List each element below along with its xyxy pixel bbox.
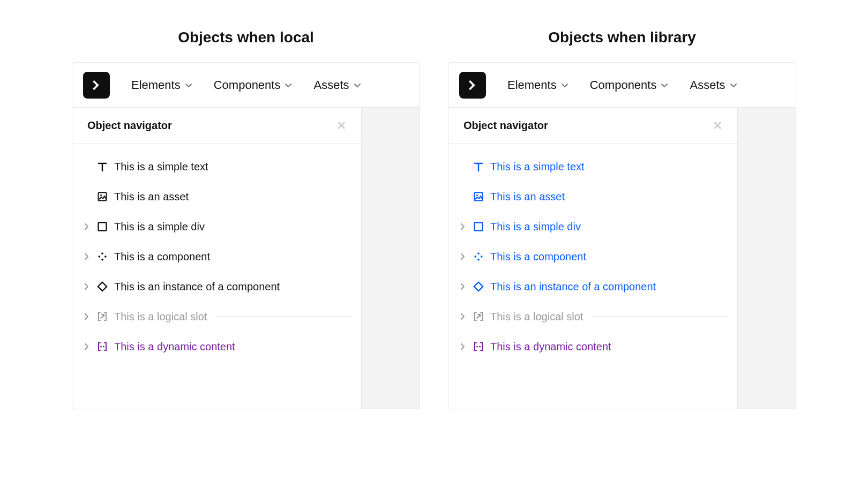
expand-arrow-icon[interactable]	[82, 283, 91, 290]
expand-arrow-icon[interactable]	[458, 253, 467, 260]
tab-components[interactable]: Components	[590, 78, 669, 92]
divider-line	[216, 317, 351, 317]
expand-arrow-icon[interactable]	[458, 313, 467, 320]
tree-row-label: This is a simple div	[114, 221, 205, 233]
app-logo[interactable]	[83, 72, 110, 99]
tree: This is a simple textThis is an assetThi…	[448, 144, 737, 372]
close-icon[interactable]: ✕	[336, 120, 346, 132]
canvas-area[interactable]	[738, 108, 796, 409]
tree-row-label: This is a dynamic content	[490, 341, 611, 353]
instance-icon	[472, 281, 485, 292]
app-logo[interactable]	[459, 72, 486, 99]
slot-icon	[472, 311, 485, 322]
chevron-down-icon	[285, 82, 292, 88]
tree-row-component[interactable]: This is a component	[82, 242, 351, 272]
tree-row-dynamic[interactable]: This is a dynamic content	[458, 332, 728, 362]
close-icon[interactable]: ✕	[713, 120, 722, 132]
tab-elements[interactable]: Elements	[507, 78, 568, 92]
library-column: Objects when library Elements Components…	[448, 27, 796, 409]
expand-arrow-icon[interactable]	[458, 223, 467, 230]
expand-arrow-icon[interactable]	[82, 223, 91, 230]
expand-arrow-icon[interactable]	[82, 343, 91, 350]
tree-row-label: This is a logical slot	[114, 311, 207, 323]
tree-row-dynamic[interactable]: This is a dynamic content	[82, 332, 351, 362]
chevron-down-icon	[354, 82, 361, 88]
component-icon	[472, 251, 485, 262]
image-icon	[96, 191, 109, 202]
tab-elements[interactable]: Elements	[131, 78, 192, 92]
object-navigator: Object navigator ✕ This is a simple text…	[72, 108, 362, 409]
navigator-title: Object navigator	[463, 119, 548, 132]
tab-label: Elements	[507, 78, 557, 92]
slot-icon	[96, 311, 109, 322]
tree-row-label: This is a component	[490, 251, 586, 263]
text-icon	[96, 161, 109, 172]
tree-row-label: This is an instance of a component	[114, 281, 280, 293]
tree-row-label: This is a component	[114, 251, 210, 263]
tree-row-component[interactable]: This is a component	[458, 242, 728, 272]
tree-row-label: This is an asset	[490, 191, 565, 203]
toolbar: Elements Components Assets	[72, 63, 420, 108]
tree-row-asset[interactable]: This is an asset	[82, 182, 351, 212]
tree-row-text[interactable]: This is a simple text	[458, 152, 728, 182]
column-title: Objects when library	[448, 29, 796, 46]
tree-row-label: This is a dynamic content	[114, 341, 235, 353]
tree-row-label: This is an instance of a component	[490, 281, 656, 293]
tree-row-label: This is a simple text	[114, 161, 208, 173]
chevron-down-icon	[185, 82, 192, 88]
tree-row-label: This is an asset	[114, 191, 189, 203]
chevron-down-icon	[561, 82, 568, 88]
square-icon	[96, 221, 109, 232]
image-icon	[472, 191, 485, 202]
toolbar: Elements Components Assets	[448, 63, 796, 108]
tab-label: Assets	[313, 78, 349, 92]
tab-components[interactable]: Components	[214, 78, 293, 92]
local-column: Objects when local Elements Components A…	[72, 27, 420, 409]
component-icon	[96, 251, 109, 262]
tab-label: Components	[214, 78, 281, 92]
tab-label: Assets	[690, 78, 725, 92]
tree-row-label: This is a simple text	[490, 161, 585, 173]
canvas-area[interactable]	[362, 108, 420, 409]
tree-row-div[interactable]: This is a simple div	[82, 212, 351, 242]
tree-row-label: This is a logical slot	[490, 311, 583, 323]
panel: Elements Components Assets Object naviga…	[448, 62, 796, 409]
dynamic-content-icon	[96, 341, 109, 352]
expand-arrow-icon[interactable]	[82, 313, 91, 320]
tab-label: Elements	[131, 78, 181, 92]
chevron-down-icon	[730, 82, 737, 88]
tree-row-div[interactable]: This is a simple div	[458, 212, 728, 242]
tree-row-instance[interactable]: This is an instance of a component	[458, 272, 728, 302]
tab-assets[interactable]: Assets	[690, 78, 737, 92]
tab-assets[interactable]: Assets	[313, 78, 361, 92]
object-navigator: Object navigator ✕ This is a simple text…	[448, 108, 738, 409]
tree-row-asset[interactable]: This is an asset	[458, 182, 728, 212]
dynamic-content-icon	[472, 341, 485, 352]
text-icon	[472, 161, 485, 172]
expand-arrow-icon[interactable]	[458, 283, 467, 290]
tree-row-slot[interactable]: This is a logical slot	[82, 302, 351, 332]
navigator-title: Object navigator	[87, 119, 172, 132]
tree-row-label: This is a simple div	[490, 221, 581, 233]
tab-label: Components	[590, 78, 657, 92]
chevron-down-icon	[661, 82, 668, 88]
panel: Elements Components Assets Object naviga…	[72, 62, 420, 409]
square-icon	[472, 221, 485, 232]
expand-arrow-icon[interactable]	[82, 253, 91, 260]
tree: This is a simple textThis is an assetThi…	[72, 144, 361, 372]
tree-row-instance[interactable]: This is an instance of a component	[82, 272, 351, 302]
column-title: Objects when local	[72, 29, 420, 46]
expand-arrow-icon[interactable]	[458, 343, 467, 350]
instance-icon	[96, 281, 109, 292]
divider-line	[593, 317, 728, 317]
tree-row-slot[interactable]: This is a logical slot	[458, 302, 728, 332]
tree-row-text[interactable]: This is a simple text	[82, 152, 351, 182]
